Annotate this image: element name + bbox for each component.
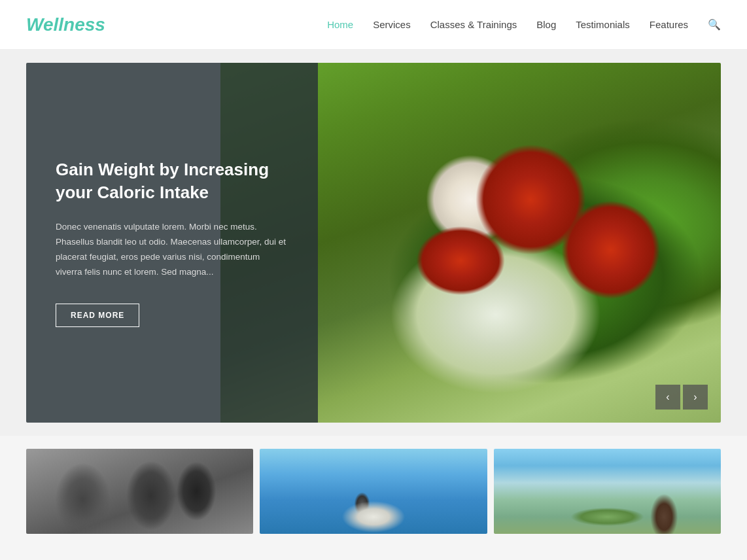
search-icon[interactable]: 🔍 [708,18,721,31]
gym-card[interactable] [26,449,253,534]
hero-title: Gain Weight by Increasing your Caloric I… [56,158,288,204]
nav-testimonials[interactable]: Testimonials [576,19,630,30]
nav-features[interactable]: Features [650,19,688,30]
cards-section [0,436,747,534]
hero-description: Donec venenatis vulputate lorem. Morbi n… [56,220,288,280]
beach-card[interactable] [494,449,721,534]
nav-blog[interactable]: Blog [536,19,556,30]
nav-classes[interactable]: Classes & Trainings [430,19,517,30]
prev-slide-button[interactable]: ‹ [655,385,680,410]
read-more-button[interactable]: READ MORE [56,304,139,327]
hero-slider: Gain Weight by Increasing your Caloric I… [26,63,721,423]
nav-home[interactable]: Home [327,19,353,30]
nav-services[interactable]: Services [373,19,411,30]
main-nav: Home Services Classes & Trainings Blog T… [327,18,721,31]
slider-controls: ‹ › [655,385,708,410]
site-header: Wellness Home Services Classes & Trainin… [0,0,747,50]
next-slide-button[interactable]: › [683,385,708,410]
kayak-card[interactable] [260,449,487,534]
hero-content: Gain Weight by Increasing your Caloric I… [26,63,318,423]
hero-section: Gain Weight by Increasing your Caloric I… [0,50,747,436]
site-logo[interactable]: Wellness [26,14,105,35]
